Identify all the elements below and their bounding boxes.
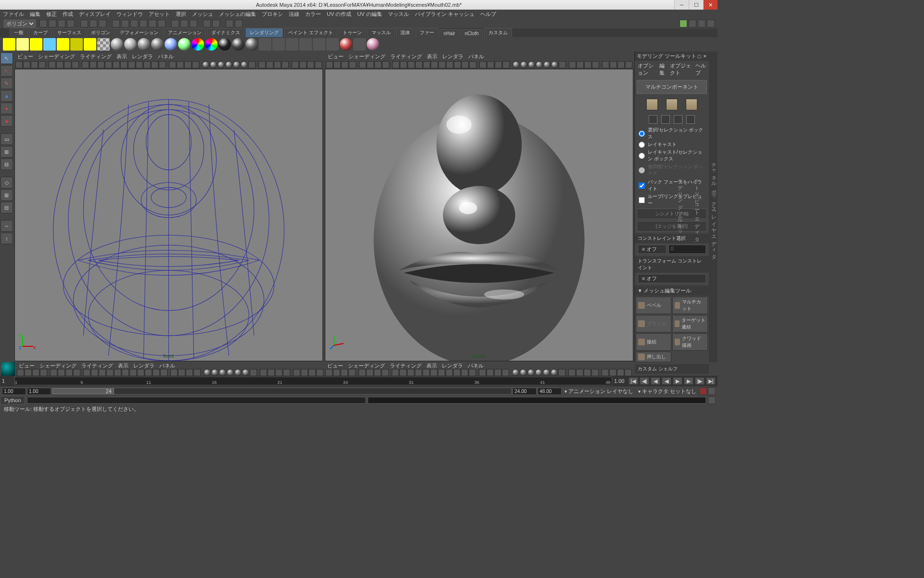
vp-tool-icon[interactable] [512,369,519,376]
vp-tool-icon[interactable] [38,61,46,68]
shelf-icon[interactable] [84,38,96,51]
vp-menu-item[interactable]: ライティング [81,362,113,369]
shelf-icon[interactable] [111,38,123,51]
vp-tool-icon[interactable] [551,369,558,376]
vp-tool-icon[interactable] [274,61,281,68]
script-lang-button[interactable]: Python [0,396,25,405]
vp-menu-item[interactable]: ビュー [328,53,344,60]
range-end-inner[interactable]: 24.00 [513,388,537,395]
vp-menu-item[interactable]: ビュー [19,362,35,369]
vp-menu-item[interactable]: 表示 [118,362,128,369]
vp-tool-icon[interactable] [159,61,166,68]
vp-tool-icon[interactable] [415,61,423,68]
step-back-button[interactable]: ◀| [640,377,649,385]
vp-menu-item[interactable]: ビュー [327,362,343,369]
vp-tool-icon[interactable] [576,369,583,376]
statusline-icon[interactable] [158,20,166,27]
vp-tool-icon[interactable] [584,369,591,376]
vp-tool-icon[interactable] [50,369,57,376]
toggle-icon[interactable] [689,20,696,27]
vp-tool-icon[interactable] [49,61,56,68]
vp-tool-icon[interactable] [502,61,510,68]
vp-menu-item[interactable]: ライティング [80,53,112,60]
mesh-tool-button[interactable]: 接続 [636,333,671,351]
shelf-icon[interactable] [30,38,42,51]
vp-tool-icon[interactable] [479,369,486,376]
menu-item[interactable]: パイプライン キャッシュ [415,11,475,18]
vp-tool-icon[interactable] [32,369,39,376]
mesh-tool-button[interactable]: クワッド描画 [672,333,708,351]
maximize-button[interactable]: ☐ [689,0,703,10]
shelf-icon[interactable] [232,38,244,51]
range-end-outer[interactable]: 48.00 [538,388,562,395]
vp-tool-icon[interactable] [359,369,366,376]
vp-tool-icon[interactable] [382,369,389,376]
shelf-icon[interactable] [259,38,271,51]
vp-tool-icon[interactable] [341,369,348,376]
vp-tool-icon[interactable] [528,61,535,68]
shelf-tab[interactable]: デフォメーション [116,28,163,37]
vp-tool-icon[interactable] [56,61,64,68]
menu-item[interactable]: アセット [149,11,170,18]
vp-tool-icon[interactable] [242,369,249,376]
vp-menu-item[interactable]: 表示 [426,362,437,369]
mk-menu-item[interactable]: オプション [638,62,655,77]
anim-layer-select[interactable]: ▾ アニメーション レイヤなし [563,388,635,395]
vp-tool-icon[interactable] [461,369,468,376]
vp-tool-icon[interactable] [399,369,407,376]
vp-tool-icon[interactable] [211,369,218,376]
shelf-tab[interactable]: レンダリング [245,28,283,37]
shelf-icon[interactable] [299,38,312,51]
component-mode-icon[interactable] [646,99,658,110]
vp-tool-icon[interactable] [592,61,599,68]
vp-tool-icon[interactable] [527,369,535,376]
shelf-tab[interactable]: 一般 [10,28,28,37]
selection-mode-radio[interactable]: 選択/セレクション ボックス [639,127,705,140]
statusline-icon[interactable] [140,20,147,27]
vp-tool-icon[interactable] [241,61,248,68]
vp-tool-icon[interactable] [462,61,469,68]
vp-tool-icon[interactable] [315,61,322,68]
panel-close-icon[interactable]: ▢ ✕ [697,54,707,59]
transform-constraint-dropdown[interactable]: ≡ オフ [638,274,706,283]
vp-tool-icon[interactable] [333,369,340,376]
shelf-icon[interactable] [165,38,177,51]
shelf-tab[interactable]: アニメーション [164,28,206,37]
toggle-icon[interactable] [680,20,687,27]
vp-tool-icon[interactable] [610,61,617,68]
vp-tool-icon[interactable] [266,61,273,68]
shelf-tab[interactable]: ダイナミクス [207,28,244,37]
command-input[interactable] [27,397,365,404]
selection-tool-icon[interactable] [674,115,682,124]
vp-tool-icon[interactable] [536,61,543,68]
play-button[interactable]: ▶ [673,377,682,385]
vp-tool-icon[interactable] [577,61,584,68]
script-editor-icon[interactable] [708,396,716,404]
component-mode-icon[interactable] [686,99,697,110]
vp-tool-icon[interactable] [568,369,576,376]
vp-menu-item[interactable]: シェーディング [348,362,385,369]
vp-tool-icon[interactable] [184,61,192,68]
vp-tool-icon[interactable] [106,369,114,376]
range-start-outer[interactable]: 1.00 [2,388,26,395]
vp-menu-item[interactable]: パネル [158,53,174,60]
next-key-button[interactable]: ▶ [684,377,693,385]
vp-tool-icon[interactable] [225,61,232,68]
vp-tool-icon[interactable] [91,369,98,376]
close-button[interactable]: ✕ [703,0,718,10]
shelf-icon[interactable] [124,38,137,51]
vp-tool-icon[interactable] [105,61,112,68]
vp-tool-icon[interactable] [299,61,307,68]
vp-tool-icon[interactable] [392,369,399,376]
vp-menu-item[interactable]: ライティング [390,362,422,369]
tool-button[interactable]: ⊟ [0,158,13,170]
shelf-icon[interactable] [151,38,164,51]
vp-tool-icon[interactable] [558,369,565,376]
vp-tool-icon[interactable] [307,61,314,68]
vp-tool-icon[interactable] [374,61,382,68]
vp-tool-icon[interactable] [120,61,128,68]
vp-tool-icon[interactable] [367,61,374,68]
shelf-icon[interactable] [138,38,150,51]
shelf-icon[interactable] [97,38,110,51]
statusline-icon[interactable] [67,20,75,27]
